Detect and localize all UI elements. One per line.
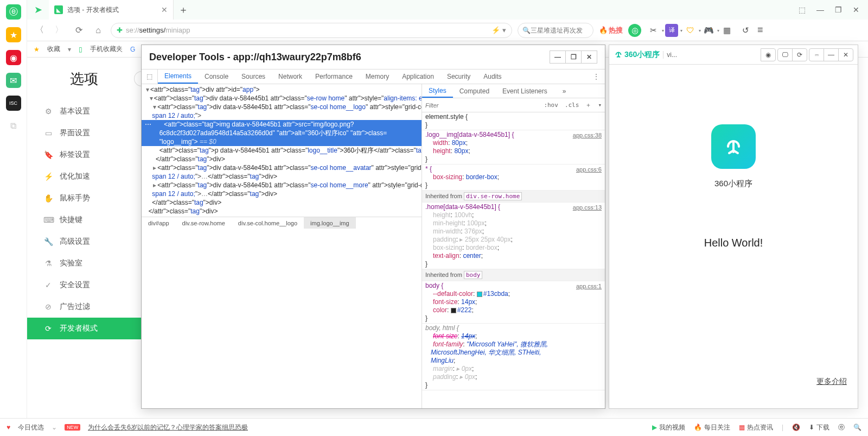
browser-e-icon[interactable]: ⓔ <box>838 423 845 432</box>
sidebar-item[interactable]: ⚗实验室 <box>27 252 141 274</box>
crumb[interactable]: div.se-col.home__logo <box>232 217 304 229</box>
styles-filter-input[interactable] <box>422 102 540 109</box>
main-menu-icon[interactable]: ≡ <box>757 24 763 36</box>
sidebar-item[interactable]: ⚙基本设置 <box>27 100 141 122</box>
element-picker-icon[interactable]: ⬚ <box>142 69 158 84</box>
sidebar-item[interactable]: ⚡优化加速 <box>27 166 141 187</box>
devtools-tab[interactable]: Console <box>198 69 235 84</box>
rail-mail-icon[interactable]: ✉ <box>6 73 21 88</box>
zoom-icon[interactable]: 🔍 <box>853 424 861 431</box>
elements-tree[interactable]: ▾<attr">class="tag">div attr">id="app"> … <box>142 84 422 217</box>
translate-icon[interactable]: 译▾ <box>665 24 678 37</box>
url-dropdown-icon[interactable]: ▾ <box>500 26 506 34</box>
cls-toggle[interactable]: .cls <box>561 102 583 109</box>
devtools-tab[interactable]: Network <box>272 69 309 84</box>
sidebar-item-icon: ⚗ <box>43 259 53 268</box>
add-rule-icon[interactable]: ＋ <box>582 101 595 109</box>
chevron-down-icon[interactable]: ⌄ <box>52 424 57 431</box>
hot-link[interactable]: ▦热点资讯 <box>739 423 773 432</box>
styles-rules[interactable]: element.style {}app.css:38.logo__img[dat… <box>422 112 605 408</box>
computed-tab[interactable]: Computed <box>453 84 496 98</box>
devtools-kebab-icon[interactable]: ⋮ <box>588 73 605 80</box>
hot-search-button[interactable]: 🔥热搜 <box>599 26 623 35</box>
news-headline[interactable]: 为什么会丢失6岁以前的记忆？心理学家的答案细思恐极 <box>88 423 248 432</box>
browser-logo-icon[interactable]: ⓔ <box>6 4 21 20</box>
window-maximize-icon[interactable]: ❐ <box>835 5 842 14</box>
crumb[interactable]: div.se-row.home <box>176 217 232 229</box>
listeners-tab[interactable]: Event Listeners <box>496 84 554 98</box>
tab-close-icon[interactable]: ✕ <box>161 5 168 14</box>
sidebar-item[interactable]: ⌨快捷键 <box>27 209 141 231</box>
window-minimize-icon[interactable]: — <box>816 5 824 14</box>
miniapp-refresh-icon[interactable]: ⟳ <box>792 48 807 61</box>
window-close-icon[interactable]: ✕ <box>853 5 859 14</box>
nav-back-icon[interactable]: 〈 <box>33 24 47 36</box>
sidebar-item[interactable]: 🔖标签设置 <box>27 144 141 166</box>
new-tab-button[interactable]: ＋ <box>174 3 193 16</box>
security-shield-icon[interactable]: 🛡▾ <box>684 24 697 37</box>
rail-favorites-icon[interactable]: ★ <box>6 27 21 42</box>
scissor-icon[interactable]: ✂▾ <box>647 24 660 37</box>
miniapp-more-link[interactable]: 更多介绍 <box>816 377 847 387</box>
miniapp-device-icon[interactable]: 🖵 <box>777 48 793 61</box>
styles-expand-icon[interactable]: » <box>556 84 573 98</box>
rail-weibo-icon[interactable]: ◉ <box>6 50 21 65</box>
paper-plane-icon[interactable]: ➤ <box>27 4 49 16</box>
game-icon[interactable]: 🎮▾ <box>702 24 715 37</box>
url-input[interactable]: ✚ se://settings/miniapp ⚡ ▾ <box>111 23 512 38</box>
search-input[interactable] <box>531 27 589 34</box>
search-box[interactable]: 🔍 <box>518 23 593 38</box>
miniapp-close-icon[interactable]: ✕ <box>838 48 853 61</box>
devtools-tab[interactable]: Sources <box>235 69 272 84</box>
miniapp-settings-icon[interactable]: ⎓ <box>809 48 824 61</box>
miniapp-minimize-icon[interactable]: — <box>824 48 839 61</box>
bolt-icon[interactable]: ⚡ <box>492 26 500 34</box>
devtools-maximize-icon[interactable]: ❐ <box>565 50 582 64</box>
devtools-tab[interactable]: Audits <box>477 69 508 84</box>
elements-breadcrumbs[interactable]: div#appdiv.se-row.homediv.se-col.home__l… <box>142 217 422 229</box>
sidebar-item[interactable]: ✓安全设置 <box>27 274 141 296</box>
daily-link[interactable]: 🔥每日关注 <box>694 423 730 432</box>
rail-link-icon[interactable]: ⧉ <box>6 118 21 134</box>
heart-icon: ♥ <box>7 424 10 431</box>
sidebar-item[interactable]: ⟳开发者模式 <box>27 318 141 339</box>
devtools-minimize-icon[interactable]: — <box>550 50 566 64</box>
miniapp-compass-icon[interactable]: ◉ <box>761 48 776 61</box>
video-link[interactable]: ▶我的视频 <box>652 423 685 432</box>
styles-menu-icon[interactable]: ▾ <box>595 102 605 109</box>
restore-icon[interactable]: ↺ <box>739 24 752 37</box>
mute-icon[interactable]: 🔇 <box>792 424 800 431</box>
devtools-titlebar[interactable]: Developer Tools - app://qh13waury22p7m8b… <box>142 45 605 69</box>
today-label[interactable]: 今日优选 <box>18 423 44 432</box>
toolbar-app-icon[interactable]: ◎ <box>628 24 641 37</box>
extension-icon[interactable]: ⬚ <box>799 5 806 14</box>
sidebar-item-label: 基本设置 <box>60 106 90 116</box>
browser-tab[interactable]: ◣ 选项 - 开发者模式 ✕ <box>49 0 174 20</box>
nav-reload-icon[interactable]: ⟳ <box>72 25 86 35</box>
download-link[interactable]: ⬇下载 <box>809 423 829 432</box>
sidebar-item[interactable]: ⊘广告过滤 <box>27 296 141 318</box>
devtools-tab[interactable]: Memory <box>359 69 395 84</box>
bookmarks-dropdown-icon[interactable]: ▾ <box>68 46 71 53</box>
devtools-tab[interactable]: Performance <box>309 69 359 84</box>
crumb[interactable]: img.logo__img <box>304 217 356 229</box>
nav-home-icon[interactable]: ⌂ <box>91 26 105 35</box>
sidebar-item[interactable]: 🔧高级设置 <box>27 231 141 252</box>
devtools-close-icon[interactable]: ✕ <box>581 50 597 64</box>
bookmarks-label[interactable]: 收藏 <box>47 45 60 54</box>
sidebar-item-label: 实验室 <box>60 258 82 268</box>
crumb[interactable]: div#app <box>142 217 176 229</box>
styles-tab[interactable]: Styles <box>422 84 453 98</box>
mobile-icon: ▯ <box>79 46 82 53</box>
rail-isc-icon[interactable]: ISC <box>6 96 21 111</box>
hov-toggle[interactable]: :hov <box>540 102 561 109</box>
devtools-tab[interactable]: Security <box>441 69 477 84</box>
mobile-bookmarks-label[interactable]: 手机收藏夹 <box>90 45 123 54</box>
apps-grid-icon[interactable]: ▦ <box>720 24 733 37</box>
devtools-tab[interactable]: Application <box>395 69 441 84</box>
sidebar-item[interactable]: ✋鼠标手势 <box>27 187 141 209</box>
sidebar-item[interactable]: ▭界面设置 <box>27 122 141 144</box>
miniapp-logo-icon <box>614 50 623 60</box>
sidebar-item-icon: ⟳ <box>43 324 53 333</box>
devtools-tab[interactable]: Elements <box>158 69 198 84</box>
